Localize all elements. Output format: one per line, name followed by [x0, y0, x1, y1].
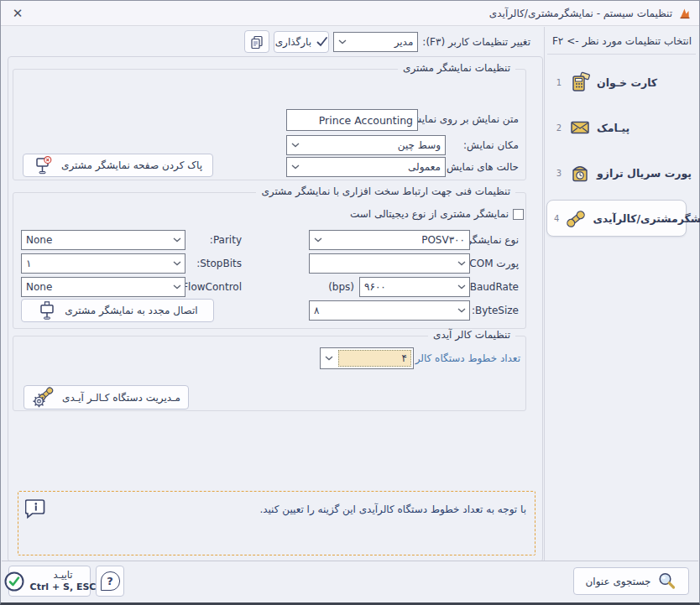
titlebar: تنظیمات سیستم - نمایشگرمشتری/کالرآیدی ✕	[1, 1, 699, 26]
flowcontrol-select[interactable]: None	[21, 277, 185, 297]
com-port-select[interactable]	[309, 253, 470, 274]
item-label: کارت خـوان	[597, 76, 657, 89]
gear-phone-icon	[32, 386, 55, 409]
info-bubble-icon	[25, 498, 48, 522]
com-port-label: پورت COM:	[466, 258, 519, 269]
settings-window: تنظیمات سیستم - نمایشگرمشتری/کالرآیدی ✕ …	[0, 0, 700, 605]
sidebar-header-text: انتخاب تنظیمات مورد نظر	[582, 35, 692, 47]
copy-icon	[249, 34, 264, 50]
position-select[interactable]: وسط چین	[286, 135, 446, 155]
topbar: تغییر تنظیمات کاربر (F۳): مدیر بارگذاری	[244, 30, 530, 53]
callerid-lines-select[interactable]: ۴	[320, 347, 414, 369]
group-legend: تنظیمات کالر آیدی	[428, 329, 515, 341]
window-title: تنظیمات سیستم - نمایشگرمشتری/کالرآیدی	[489, 8, 672, 19]
item-number: 2	[555, 123, 563, 133]
sidebar-header-key: F۲	[552, 35, 563, 47]
group-callerid: تنظیمات کالر آیدی تعداد خطوط دستگاه کالر…	[13, 336, 526, 411]
search-icon	[657, 571, 677, 592]
position-label: مکان نمایش:	[463, 139, 519, 151]
chevron-down-icon	[169, 261, 185, 266]
digital-display-checkbox-row: نمایشگر مشتری از نوع دیجیتالی است	[350, 208, 524, 220]
display-text-input[interactable]: Prince Accounting	[286, 109, 418, 131]
display-type-label: نوع نمایشگر:	[463, 234, 519, 246]
chevron-down-icon	[334, 39, 350, 44]
confirm-check-icon	[3, 571, 25, 592]
chevron-down-icon	[169, 284, 185, 289]
confirm-button[interactable]: تاییـد Ctrl + S, ESC	[8, 566, 91, 597]
sidebar-item-scale-serial-port[interactable]: 3 پورت سریال ترازو	[545, 150, 698, 196]
phone-handset-icon	[565, 207, 587, 229]
reconnect-display-icon	[37, 300, 57, 321]
sidebar-separator	[547, 54, 696, 55]
manage-callerid-device-button[interactable]: مـدیریت دستگاه کـالـر آیـدی	[24, 385, 189, 409]
item-number: 4	[554, 214, 559, 223]
baudrate-unit-label: (bps)	[328, 281, 354, 293]
stopbits-label: StopBits:	[196, 258, 242, 269]
chevron-down-icon	[310, 237, 326, 243]
help-bubble-icon: ?	[101, 571, 120, 591]
group-customer-display: تنظیمات نمایشگر مشتری متن نمایش بر روی ن…	[13, 69, 526, 180]
parity-label: Parity:	[210, 234, 242, 246]
item-label: نمایشگرمشتری/کالرآیدی	[593, 212, 700, 225]
selected-value-highlight: ۴	[338, 350, 411, 367]
help-button[interactable]: ?	[96, 566, 124, 597]
check-icon	[316, 36, 328, 47]
change-user-settings-label: تغییر تنظیمات کاربر (F۳):	[422, 36, 530, 48]
clear-display-icon	[34, 155, 54, 175]
item-label: پیـامک	[597, 122, 629, 134]
digital-display-checkbox-label: نمایشگر مشتری از نوع دیجیتالی است	[350, 208, 509, 220]
group-legend: تنظیمات فنی جهت ارتباط سخت افزاری با نما…	[256, 185, 515, 197]
confirm-texts: تاییـد Ctrl + S, ESC	[30, 569, 97, 592]
flowcontrol-label: FlowControl:	[179, 281, 242, 293]
chevron-down-icon	[453, 261, 469, 266]
chevron-down-icon	[287, 164, 303, 170]
bytesize-select[interactable]: ۸	[309, 300, 470, 321]
main-area: تغییر تنظیمات کاربر (F۳): مدیر بارگذاری	[2, 27, 543, 561]
close-icon[interactable]: ✕	[8, 6, 27, 21]
bytesize-label: ByteSize:	[472, 305, 519, 316]
scale-icon	[569, 162, 591, 184]
settings-panel: تنظیمات نمایشگر مشتری متن نمایش بر روی ن…	[8, 56, 543, 562]
envelope-icon	[569, 117, 591, 138]
chevron-down-icon	[169, 237, 185, 243]
group-hardware: تنظیمات فنی جهت ارتباط سخت افزاری با نما…	[13, 192, 526, 329]
clear-display-button[interactable]: پاک کردن صفحه نمایشگر مشتری	[23, 154, 213, 177]
app-icon	[678, 7, 692, 20]
arrow-left-icon: <-	[567, 35, 578, 47]
display-type-select[interactable]: POSV۳۰۰	[309, 230, 470, 250]
item-label: پورت سریال ترازو	[597, 167, 692, 180]
chevron-down-icon	[453, 308, 469, 313]
sidebar-item-card-reader[interactable]: 1 کارت خـوان	[545, 60, 698, 105]
sidebar-item-sms[interactable]: 2 پیـامک	[545, 105, 698, 150]
chevron-down-icon	[321, 356, 337, 361]
info-message: با توجه به تعداد خطوط دستگاه کالرآیدی ای…	[259, 503, 526, 515]
baudrate-select[interactable]: ۹۶۰۰	[359, 277, 470, 297]
info-box: با توجه به تعداد خطوط دستگاه کالرآیدی ای…	[18, 491, 535, 555]
display-mode-select[interactable]: معمولی	[286, 157, 446, 177]
parity-select[interactable]: None	[21, 230, 185, 250]
chevron-down-icon	[287, 143, 303, 148]
search-title-button[interactable]: جستجوی عنوان	[573, 567, 689, 595]
user-select[interactable]: مدیر	[333, 32, 418, 52]
sidebar-header: انتخاب تنظیمات مورد نظر <- F۲	[545, 27, 698, 52]
load-button[interactable]: بارگذاری	[274, 31, 329, 53]
sidebar-item-customer-display-callerid[interactable]: 4 نمایشگرمشتری/کالرآیدی	[546, 200, 687, 237]
sidebar: انتخاب تنظیمات مورد نظر <- F۲ 1 کارت خـو…	[544, 27, 698, 561]
display-mode-label: حالت های نمایش:	[443, 161, 519, 173]
chevron-down-icon	[453, 284, 469, 289]
baudrate-label: BaudRate:	[467, 281, 519, 293]
stopbits-select[interactable]: ۱	[21, 253, 185, 274]
copy-settings-button[interactable]	[244, 30, 269, 53]
item-number: 1	[555, 78, 563, 87]
item-number: 3	[555, 169, 563, 178]
digital-display-checkbox[interactable]	[513, 209, 524, 220]
reconnect-display-button[interactable]: اتصال مجدد به نمایشگر مشتری	[21, 299, 214, 322]
footer: تاییـد Ctrl + S, ESC ? جستجوی عن	[2, 561, 698, 600]
group-legend: تنظیمات نمایشگر مشتری	[398, 62, 515, 74]
card-reader-icon	[569, 71, 591, 93]
